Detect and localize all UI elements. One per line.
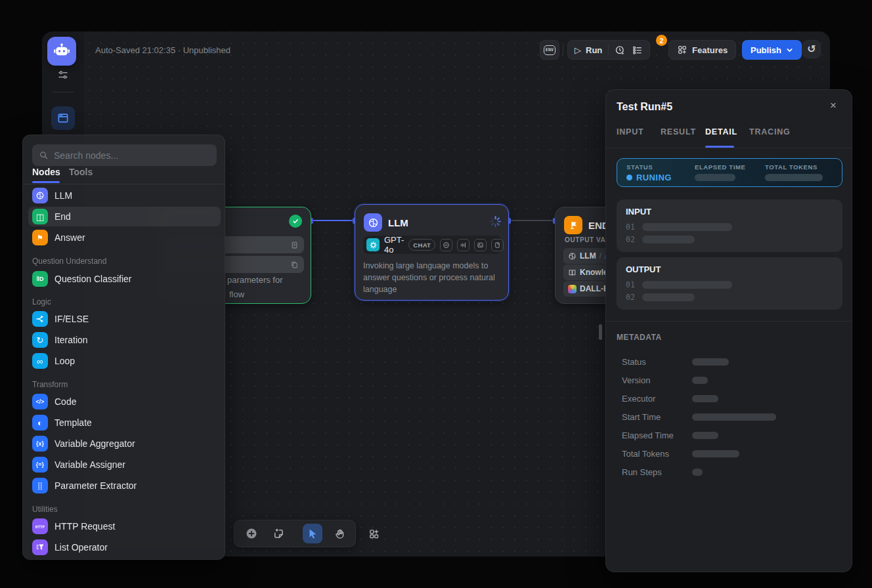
output-title: OUTPUT [626, 264, 661, 274]
audio-icon [457, 239, 469, 251]
checklist-icon[interactable] [632, 45, 643, 56]
node-item-end[interactable]: ◫ End [28, 207, 221, 226]
start-node-description: parameters for [227, 275, 283, 285]
variable-assigner-icon: {=} [32, 457, 48, 472]
node-item-label: Parameter Extractor [54, 480, 137, 491]
section-logic: Logic [32, 297, 51, 306]
rail-divider [53, 92, 74, 93]
row-number: 02 [626, 235, 635, 244]
search-icon [39, 150, 49, 160]
meta-skeleton [692, 432, 718, 439]
env-variables-button[interactable]: ENV [540, 40, 559, 60]
node-item-label: Iteration [54, 335, 88, 345]
node-item-http-request[interactable]: HTTP HTTP Request [28, 516, 221, 536]
node-item-list-operator[interactable]: List Operator [28, 537, 221, 557]
node-item-label: LLM [54, 190, 72, 201]
model-selector[interactable]: GPT-4o CHAT [363, 236, 502, 254]
tab-tracing[interactable]: TRACING [749, 127, 791, 136]
node-item-if-else[interactable]: IF/ELSE [28, 309, 221, 329]
node-item-variable-aggregator[interactable]: {x} Variable Aggregator [28, 434, 221, 453]
node-item-variable-assigner[interactable]: {=} Variable Assigner [28, 455, 221, 474]
search-input[interactable] [54, 150, 205, 161]
model-name: GPT-4o [384, 235, 404, 255]
canvas-toolbar [234, 520, 356, 547]
node-item-code[interactable]: </> Code [28, 392, 221, 411]
tab-result[interactable]: RESULT [661, 127, 696, 136]
node-item-parameter-extractor[interactable]: ⣿ Parameter Extractor [28, 476, 221, 495]
section-utilities: Utilities [32, 505, 58, 514]
llm-node-description: Invoking large language models to answer… [363, 260, 502, 295]
canvas-scrollbar[interactable] [599, 324, 602, 340]
meta-skeleton [692, 450, 739, 457]
openai-icon [366, 238, 380, 251]
close-icon[interactable]: × [827, 99, 840, 112]
llm-node-title: LLM [388, 217, 408, 228]
add-node-button[interactable] [242, 524, 261, 543]
end-flag-icon [564, 216, 582, 234]
node-item-loop[interactable]: ∞ Loop [28, 351, 221, 371]
meta-skeleton [692, 377, 708, 384]
node-item-label: End [54, 211, 71, 222]
meta-label-total-tokens: Total Tokens [622, 449, 669, 459]
code-icon: </> [32, 394, 48, 410]
if-else-branch-icon [32, 311, 48, 327]
running-status-dot [626, 175, 632, 180]
node-search-panel: Nodes Tools LLM ◫ End ⚑ Answer Question … [22, 135, 225, 560]
node-item-label: Code [54, 396, 76, 407]
features-button[interactable]: Features [668, 40, 736, 60]
node-item-label: Question Classifier [54, 274, 132, 284]
llm-mini-icon [568, 252, 577, 261]
tab-underline [32, 181, 60, 183]
node-item-llm[interactable]: LLM [28, 186, 221, 205]
llm-brain-icon [364, 213, 382, 232]
publish-button[interactable]: Publish [742, 40, 802, 60]
llm-node[interactable]: LLM GPT-4o CHAT [355, 204, 509, 301]
input-skeleton [642, 223, 732, 231]
run-play-icon: ▷ [575, 45, 581, 55]
node-item-template[interactable]: ◐ Template [28, 413, 221, 432]
status-label: STATUS [626, 163, 653, 171]
tab-nodes[interactable]: Nodes [32, 167, 60, 177]
search-box[interactable] [32, 144, 217, 166]
features-label: Features [692, 45, 728, 55]
tab-tools[interactable]: Tools [69, 167, 93, 177]
window-panel-icon[interactable] [51, 106, 75, 130]
run-button[interactable]: ▷ Run [575, 45, 602, 55]
total-tokens-label: TOTAL TOKENS [765, 163, 817, 171]
run-history-icon[interactable] [615, 45, 626, 56]
node-item-iteration[interactable]: ↻ Iteration [28, 330, 221, 350]
node-item-label: List Operator [54, 542, 108, 553]
output-skeleton [642, 281, 732, 289]
node-item-label: Answer [54, 232, 85, 243]
node-item-label: HTTP Request [54, 521, 115, 532]
meta-label-run-steps: Run Steps [622, 467, 662, 477]
status-card: STATUS RUNING ELAPSED TIME TOTAL TOKENS [617, 158, 842, 187]
tab-input[interactable]: INPUT [617, 127, 644, 136]
list-operator-funnel-icon [32, 539, 48, 555]
tab-detail[interactable]: DETAIL [705, 127, 737, 136]
node-item-question-classifier[interactable]: ‖D Question Classifier [28, 269, 221, 289]
metadata-title: METADATA [617, 333, 662, 342]
preferences-sliders-icon[interactable] [55, 67, 71, 83]
notification-badge: 2 [656, 35, 667, 46]
organize-nodes-button[interactable] [364, 524, 383, 543]
test-run-panel: Test Run#5 × INPUT RESULT DETAIL TRACING… [605, 89, 852, 572]
pointer-mode-button[interactable] [303, 524, 322, 543]
document-icon [290, 241, 299, 249]
group-divider [608, 45, 609, 55]
meta-label-version: Version [622, 375, 650, 385]
node-item-answer[interactable]: ⚑ Answer [28, 228, 221, 247]
dalle-icon [568, 285, 577, 293]
section-question-understand: Question Understand [32, 257, 106, 266]
parameter-extractor-icon: ⣿ [32, 478, 48, 494]
hand-mode-button[interactable] [330, 524, 349, 543]
meta-skeleton [692, 358, 729, 366]
autosave-status: Auto-Saved 21:02:35 · Unpublished [95, 45, 230, 55]
chevron-down-icon [786, 47, 793, 54]
meta-label-start-time: Start Time [622, 412, 661, 422]
version-history-button[interactable]: ↺ [802, 40, 821, 58]
app-logo-robot-icon[interactable] [47, 37, 76, 66]
add-note-button[interactable] [269, 524, 288, 543]
meta-label-status: Status [622, 357, 646, 367]
output-skeleton [642, 293, 695, 301]
